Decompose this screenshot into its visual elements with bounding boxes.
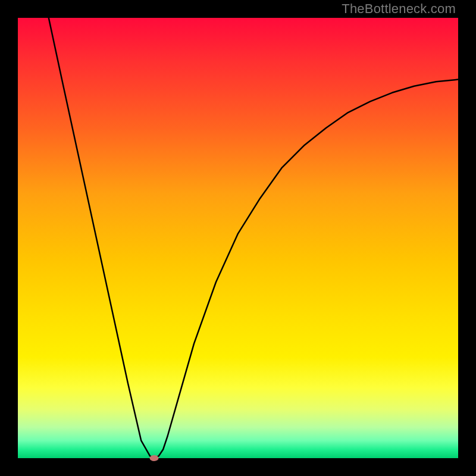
- watermark-text: TheBottleneck.com: [342, 1, 456, 17]
- bottleneck-curve: [49, 18, 458, 458]
- minimum-marker: [150, 455, 159, 461]
- plot-area: [18, 18, 458, 458]
- chart-frame: TheBottleneck.com: [0, 0, 476, 476]
- curve-svg: [18, 18, 458, 458]
